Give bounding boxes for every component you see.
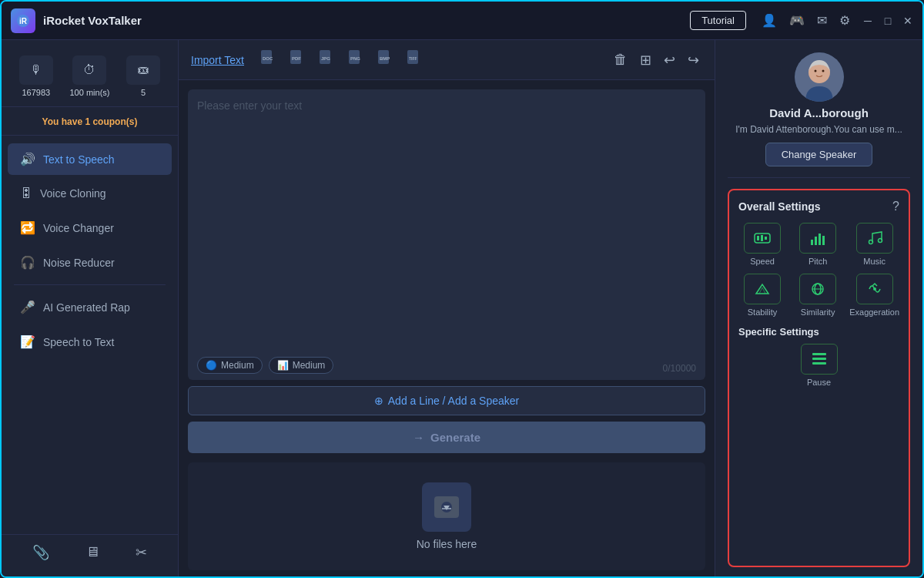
bmp-icon[interactable]: BMP bbox=[373, 48, 397, 72]
nav-item-ai-generated-rap[interactable]: 🎤 AI Generated Rap bbox=[8, 291, 172, 323]
exaggeration-icon-box bbox=[856, 274, 893, 304]
coupons-icon-box: 🎟 bbox=[126, 55, 160, 85]
settings-panel: Overall Settings ? Speed bbox=[728, 189, 910, 567]
content-area: Import Text DOC PDF JPG PNG BMP TIFF 🗑 ⊞… bbox=[179, 40, 715, 578]
svg-point-31 bbox=[878, 239, 882, 243]
setting-pitch[interactable]: Pitch bbox=[794, 223, 842, 266]
main-layout: 🎙 167983 ⏱ 100 min(s) 🎟 5 You have 1 cou… bbox=[2, 40, 922, 578]
pdf-icon[interactable]: PDF bbox=[286, 48, 309, 72]
setting-exaggeration[interactable]: Exaggeration bbox=[849, 274, 899, 317]
setting-speed[interactable]: Speed bbox=[738, 223, 786, 266]
attach-icon[interactable]: 📎 bbox=[32, 544, 49, 561]
import-text-link[interactable]: Import Text bbox=[191, 54, 244, 66]
doc-icon[interactable]: DOC bbox=[256, 48, 280, 72]
files-empty-text: No files here bbox=[417, 538, 477, 550]
undo-icon[interactable]: ↩ bbox=[661, 49, 678, 72]
pitch-pill[interactable]: 📊 Medium bbox=[269, 357, 334, 374]
mail-icon[interactable]: ✉ bbox=[817, 13, 827, 28]
nav-label-ai-rap: AI Generated Rap bbox=[43, 301, 130, 314]
settings-icon[interactable]: ⚙ bbox=[839, 13, 850, 28]
user-icon[interactable]: 👤 bbox=[762, 13, 777, 28]
svg-rect-23 bbox=[757, 236, 759, 240]
settings-overall-title: Overall Settings bbox=[738, 200, 821, 213]
generate-button[interactable]: → Generate bbox=[188, 422, 705, 453]
svg-text:JPG: JPG bbox=[321, 56, 330, 61]
text-area-wrapper[interactable]: Please enter your text 🔵 Medium 📊 Medium… bbox=[188, 89, 705, 380]
close-button[interactable]: ✕ bbox=[902, 15, 913, 26]
setting-stability[interactable]: Stability bbox=[738, 274, 786, 317]
setting-music[interactable]: Music bbox=[849, 223, 899, 266]
music-icon-box bbox=[856, 223, 893, 254]
nav-label-voice-changer: Voice Changer bbox=[43, 222, 114, 234]
nav-item-text-to-speech[interactable]: 🔊 Text to Speech bbox=[8, 143, 172, 175]
settings-header: Overall Settings ? bbox=[738, 200, 899, 213]
minutes-value: 100 min(s) bbox=[70, 88, 110, 97]
svg-rect-37 bbox=[812, 358, 826, 360]
nav-item-speech-to-text[interactable]: 📝 Speech to Text bbox=[8, 326, 172, 358]
pause-item[interactable]: Pause bbox=[738, 344, 899, 387]
characters-icon-box: 🎙 bbox=[19, 55, 53, 85]
tutorial-button[interactable]: Tutorial bbox=[690, 11, 746, 30]
png-icon[interactable]: PNG bbox=[344, 48, 367, 72]
files-empty-icon bbox=[422, 482, 471, 532]
minimize-button[interactable]: ─ bbox=[862, 15, 873, 26]
settings-grid: Speed Pitch bbox=[738, 223, 899, 317]
change-speaker-button[interactable]: Change Speaker bbox=[765, 143, 873, 166]
characters-value: 167983 bbox=[22, 88, 50, 97]
svg-point-21 bbox=[822, 70, 824, 72]
nav-label-speech-to-text: Speech to Text bbox=[43, 336, 114, 348]
nav-item-voice-cloning[interactable]: 🎛 Voice Cloning bbox=[8, 178, 172, 209]
pitch-label: Pitch bbox=[808, 257, 827, 266]
pitch-icon-box bbox=[799, 223, 836, 254]
share-icon[interactable]: ✂ bbox=[136, 544, 147, 561]
speaker-section: David A...borough I'm David Attenborough… bbox=[728, 52, 910, 178]
ai-rap-icon: 🎤 bbox=[20, 300, 35, 314]
files-area: No files here bbox=[188, 462, 705, 570]
similarity-icon-box bbox=[799, 274, 836, 304]
nav-item-voice-changer[interactable]: 🔁 Voice Changer bbox=[8, 212, 172, 244]
nav-divider bbox=[14, 284, 166, 285]
right-panel: David A...borough I'm David Attenborough… bbox=[715, 40, 922, 578]
titlebar: iR iRocket VoxTalker Tutorial 👤 🎮 ✉ ⚙ ─ … bbox=[2, 2, 922, 40]
screen-icon[interactable]: 🖥 bbox=[85, 544, 99, 561]
redo-icon[interactable]: ↪ bbox=[685, 49, 702, 72]
music-label: Music bbox=[863, 257, 886, 266]
svg-point-30 bbox=[869, 240, 872, 244]
tiff-icon[interactable]: TIFF bbox=[403, 48, 426, 72]
svg-rect-26 bbox=[811, 240, 813, 245]
editor-toolbar: Import Text DOC PDF JPG PNG BMP TIFF 🗑 ⊞… bbox=[179, 40, 715, 80]
voice-cloning-icon: 🎛 bbox=[20, 187, 32, 200]
nav-item-noise-reducer[interactable]: 🎧 Noise Reducer bbox=[8, 247, 172, 278]
svg-rect-29 bbox=[822, 236, 825, 245]
coupons-value: 5 bbox=[141, 88, 146, 97]
sidebar-stats: 🎙 167983 ⏱ 100 min(s) 🎟 5 bbox=[2, 49, 178, 107]
speaker-name: David A...borough bbox=[769, 106, 869, 119]
delete-icon[interactable]: 🗑 bbox=[611, 49, 631, 71]
stat-minutes: ⏱ 100 min(s) bbox=[70, 55, 110, 97]
help-icon[interactable]: ? bbox=[892, 200, 899, 213]
speed-pill[interactable]: 🔵 Medium bbox=[197, 357, 263, 374]
svg-rect-27 bbox=[815, 237, 817, 245]
coupon-banner: You have 1 coupon(s) bbox=[2, 113, 178, 136]
text-area-placeholder: Please enter your text bbox=[197, 99, 302, 112]
pause-label: Pause bbox=[807, 378, 831, 387]
stat-coupons: 🎟 5 bbox=[126, 55, 160, 97]
svg-point-35 bbox=[873, 287, 876, 291]
stability-icon-box bbox=[744, 274, 781, 304]
add-line-button[interactable]: ⊕ Add a Line / Add a Speaker bbox=[188, 386, 705, 415]
setting-similarity[interactable]: Similarity bbox=[794, 274, 842, 317]
editor-main: Please enter your text 🔵 Medium 📊 Medium… bbox=[179, 80, 715, 462]
grid-icon[interactable]: ⊞ bbox=[637, 49, 654, 72]
app-logo: iR bbox=[11, 8, 35, 33]
gamepad-icon[interactable]: 🎮 bbox=[789, 13, 805, 28]
nav-label-noise-reducer: Noise Reducer bbox=[43, 257, 115, 269]
nav-label-text-to-speech: Text to Speech bbox=[43, 153, 115, 166]
svg-rect-25 bbox=[765, 237, 767, 240]
add-line-icon: ⊕ bbox=[374, 395, 383, 407]
maximize-button[interactable]: □ bbox=[882, 15, 893, 26]
minutes-icon-box: ⏱ bbox=[72, 55, 106, 85]
pitch-bars-icon: 📊 bbox=[277, 360, 289, 371]
jpg-icon[interactable]: JPG bbox=[315, 48, 338, 72]
titlebar-icons: 👤 🎮 ✉ ⚙ bbox=[762, 13, 850, 28]
svg-rect-24 bbox=[761, 235, 763, 241]
